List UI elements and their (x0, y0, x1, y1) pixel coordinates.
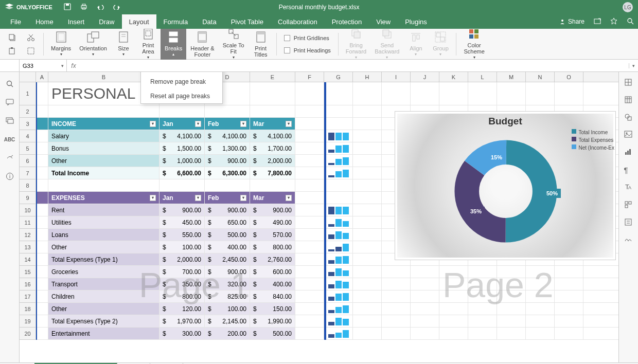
row-header-17[interactable]: 17 (20, 290, 36, 303)
user-avatar[interactable]: LG (623, 2, 633, 12)
menu-draw[interactable]: Draw (92, 14, 121, 29)
row-header-6[interactable]: 6 (20, 155, 36, 167)
header-footer-button[interactable]: Header & Footer (186, 28, 218, 60)
svg-line-56 (11, 85, 13, 87)
textart-settings-icon[interactable]: TA (624, 183, 633, 192)
pivot-settings-icon[interactable] (624, 201, 633, 210)
col-header-K[interactable]: K (439, 72, 468, 82)
signature-settings-icon[interactable] (624, 235, 633, 245)
save-icon[interactable] (64, 3, 71, 11)
menu-home[interactable]: Home (28, 14, 61, 29)
menu-insert[interactable]: Insert (61, 14, 92, 29)
paste-icon[interactable] (6, 46, 19, 56)
remove-page-break[interactable]: Remove page break (141, 75, 222, 89)
menu-pivot[interactable]: Pivot Table (224, 14, 271, 29)
row-header-2[interactable]: 2 (20, 105, 36, 118)
menu-plugins[interactable]: Plugins (398, 14, 434, 29)
formula-input[interactable] (80, 60, 629, 71)
document-title: Personal monthly budget.xlsx (279, 4, 360, 11)
select-icon[interactable] (25, 46, 37, 56)
svg-point-12 (628, 19, 632, 23)
send-backward-button[interactable]: Send Backward▾ (370, 25, 403, 63)
chart-settings-icon[interactable] (624, 148, 633, 157)
col-header-N[interactable]: N (526, 72, 555, 82)
fx-label[interactable]: fx (67, 62, 80, 69)
svg-point-9 (561, 20, 563, 22)
menu-file[interactable]: File (3, 14, 28, 29)
scale-fit-button[interactable]: Scale To Fit▾ (219, 25, 249, 63)
search-icon[interactable] (627, 17, 634, 26)
row-header-9[interactable]: 9 (20, 192, 36, 204)
col-header-L[interactable]: L (468, 72, 497, 82)
row-header-12[interactable]: 12 (20, 229, 36, 241)
row-header-10[interactable]: 10 (20, 204, 36, 216)
row-header-4[interactable]: 4 (20, 130, 36, 142)
menu-data[interactable]: Data (195, 14, 223, 29)
row-header-14[interactable]: 14 (20, 253, 36, 266)
col-header-J[interactable]: J (411, 72, 439, 82)
favorite-icon[interactable] (610, 17, 617, 26)
share-button[interactable]: Share (559, 18, 584, 25)
print-area-button[interactable]: Print Area▾ (136, 25, 161, 63)
row-header-13[interactable]: 13 (20, 241, 36, 253)
print-headings-checkbox[interactable]: Print Headings (284, 46, 331, 54)
row-header-5[interactable]: 5 (20, 142, 36, 155)
col-header-I[interactable]: I (382, 72, 411, 82)
row-header-15[interactable]: 15 (20, 266, 36, 278)
print-titles-button[interactable]: Print Titles (249, 28, 273, 60)
group-button[interactable]: Group▾ (428, 28, 453, 60)
row-header-8[interactable]: 8 (20, 179, 36, 192)
row-header-18[interactable]: 18 (20, 303, 36, 315)
menu-view[interactable]: View (369, 14, 398, 29)
align-button[interactable]: Align▾ (403, 28, 428, 60)
cut-icon[interactable] (25, 32, 37, 43)
shape-settings-icon[interactable] (624, 113, 633, 122)
table-settings-icon[interactable] (624, 96, 633, 105)
chat-tool-icon[interactable] (5, 116, 14, 125)
spellcheck-tool-icon[interactable]: ABC (5, 135, 14, 144)
col-header-O[interactable]: O (555, 72, 583, 82)
row-header-7[interactable]: 7 (20, 167, 36, 179)
menu-formula[interactable]: Formula (156, 14, 196, 29)
col-header-G[interactable]: G (324, 72, 353, 82)
comments-tool-icon[interactable] (5, 98, 14, 107)
cell-settings-icon[interactable] (624, 78, 633, 87)
image-settings-icon[interactable] (624, 131, 633, 140)
feedback-tool-icon[interactable] (5, 153, 14, 162)
row-header-20[interactable]: 20 (20, 327, 36, 340)
row-header-1[interactable]: 1 (20, 82, 36, 105)
menu-collab[interactable]: Collaboration (271, 14, 325, 29)
bring-forward-button[interactable]: Bring Forward▾ (342, 25, 370, 63)
breaks-button[interactable]: Breaks▴ (161, 28, 186, 60)
row-header-19[interactable]: 19 (20, 315, 36, 327)
row-header-11[interactable]: 11 (20, 216, 36, 229)
col-header-F[interactable]: F (295, 72, 324, 82)
undo-icon[interactable] (97, 4, 104, 11)
cell-reference[interactable]: G33▾ (20, 60, 67, 71)
col-header-H[interactable]: H (353, 72, 382, 82)
col-header-A[interactable]: A (36, 72, 48, 82)
pilcrow-icon[interactable]: ¶ (624, 166, 633, 175)
orientation-button[interactable]: Orientation▾ (75, 28, 111, 60)
copy-icon[interactable] (6, 32, 19, 43)
col-header-M[interactable]: M (497, 72, 526, 82)
row-header-16[interactable]: 16 (20, 278, 36, 290)
print-icon[interactable] (80, 3, 87, 11)
menu-layout[interactable]: Layout (122, 14, 156, 29)
menu-protection[interactable]: Protection (325, 14, 369, 29)
expand-formula-icon[interactable]: ▾ (629, 63, 638, 68)
open-location-icon[interactable] (594, 18, 601, 26)
reset-page-breaks[interactable]: Reset all page breaks (141, 89, 222, 103)
print-gridlines-checkbox[interactable]: Print Gridlines (284, 34, 331, 42)
color-scheme-button[interactable]: Color Scheme▾ (459, 25, 488, 63)
budget-chart[interactable]: Budget 50% 35% 15% Total Income Total Ex… (395, 111, 616, 260)
size-button[interactable]: Size▾ (111, 28, 136, 60)
spreadsheet-area[interactable]: ABCDEFGHIJKLMNO 123456789101112131415161… (20, 72, 618, 362)
row-header-3[interactable]: 3 (20, 118, 36, 130)
col-header-E[interactable]: E (250, 72, 295, 82)
redo-icon[interactable] (113, 4, 120, 11)
search-tool-icon[interactable] (5, 79, 14, 88)
margins-button[interactable]: Margins▾ (47, 28, 75, 60)
about-tool-icon[interactable]: i (5, 172, 14, 181)
slicer-settings-icon[interactable] (624, 218, 633, 227)
